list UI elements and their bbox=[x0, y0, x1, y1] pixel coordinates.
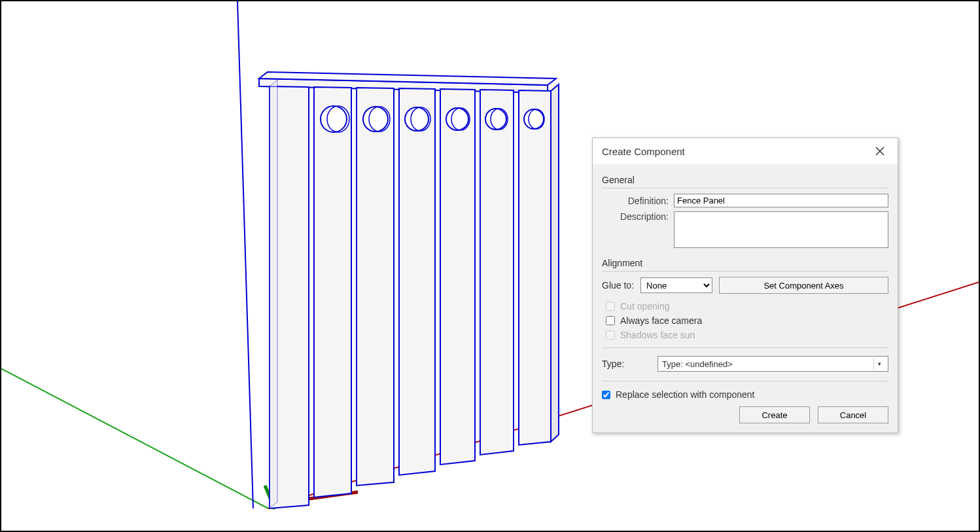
cut-opening-label: Cut opening bbox=[620, 301, 670, 311]
y-axis bbox=[1, 348, 268, 508]
glue-to-select[interactable]: None bbox=[640, 277, 712, 293]
always-face-label: Always face camera bbox=[620, 315, 702, 326]
always-face-checkbox[interactable] bbox=[606, 316, 615, 325]
create-button[interactable]: Create bbox=[739, 406, 810, 423]
create-component-dialog: Create Component General Definition: Des… bbox=[592, 137, 898, 433]
dialog-titlebar[interactable]: Create Component bbox=[593, 138, 898, 164]
glue-to-label: Glue to: bbox=[602, 280, 634, 291]
svg-marker-7 bbox=[480, 90, 514, 455]
dialog-title-text: Create Component bbox=[602, 146, 685, 157]
definition-label: Definition: bbox=[602, 196, 674, 206]
replace-selection-label: Replace selection with component bbox=[616, 389, 754, 400]
always-face-row[interactable]: Always face camera bbox=[602, 313, 888, 328]
svg-point-15 bbox=[485, 109, 506, 130]
svg-point-11 bbox=[321, 106, 347, 132]
alignment-heading: Alignment bbox=[602, 254, 888, 272]
close-button[interactable] bbox=[870, 143, 890, 159]
cancel-button[interactable]: Cancel bbox=[818, 406, 888, 423]
svg-marker-3 bbox=[314, 87, 351, 497]
svg-point-12 bbox=[363, 107, 388, 132]
general-heading: General bbox=[602, 171, 888, 188]
svg-marker-5 bbox=[399, 88, 435, 475]
cut-opening-checkbox bbox=[606, 302, 615, 311]
svg-point-14 bbox=[446, 108, 468, 130]
svg-marker-8 bbox=[519, 90, 551, 445]
type-value: Type: <undefined> bbox=[662, 359, 733, 369]
type-select[interactable]: Type: <undefined> ▾ bbox=[657, 356, 888, 372]
z-axis bbox=[237, 1, 253, 508]
description-label: Description: bbox=[602, 211, 674, 222]
cut-opening-row: Cut opening bbox=[602, 299, 888, 313]
svg-point-13 bbox=[405, 107, 429, 131]
svg-point-16 bbox=[524, 109, 544, 129]
svg-marker-9 bbox=[551, 84, 559, 442]
description-input[interactable] bbox=[674, 211, 888, 248]
shadows-row: Shadows face sun bbox=[602, 328, 888, 342]
shadows-checkbox bbox=[606, 330, 615, 340]
svg-marker-6 bbox=[440, 89, 475, 465]
definition-input[interactable] bbox=[674, 194, 888, 207]
fence-model bbox=[259, 72, 559, 508]
shadows-label: Shadows face sun bbox=[620, 330, 695, 340]
type-label: Type: bbox=[602, 359, 651, 369]
close-icon bbox=[875, 147, 884, 156]
set-component-axes-button[interactable]: Set Component Axes bbox=[719, 277, 888, 294]
chevron-down-icon: ▾ bbox=[873, 358, 885, 370]
svg-marker-10 bbox=[270, 80, 277, 508]
replace-selection-checkbox[interactable] bbox=[602, 391, 610, 399]
svg-marker-4 bbox=[357, 88, 394, 486]
